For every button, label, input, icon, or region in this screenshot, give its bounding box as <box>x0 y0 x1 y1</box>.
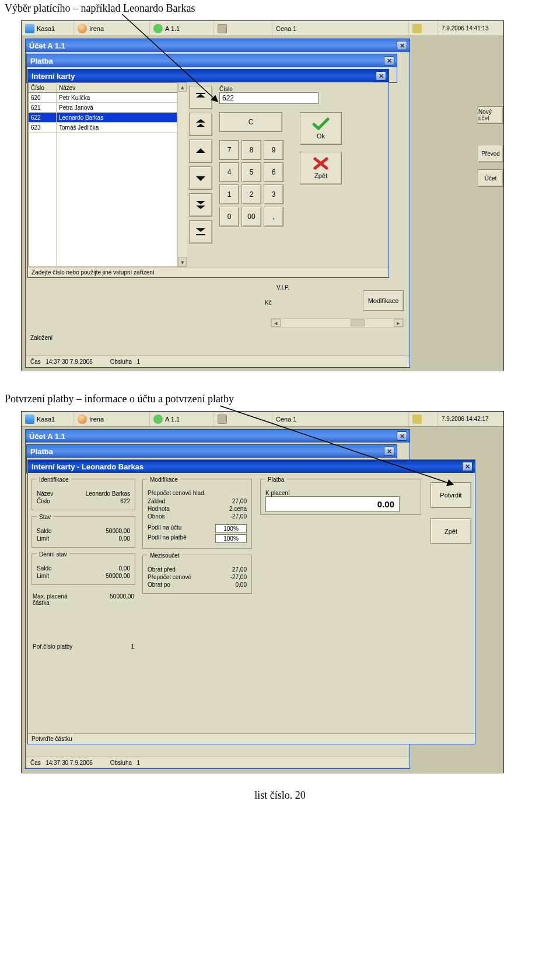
btn-zpet[interactable]: Zpět <box>430 518 471 544</box>
col-cislo[interactable]: Číslo <box>29 83 57 93</box>
close-ucet[interactable]: ✕ <box>397 41 407 50</box>
svg-marker-3 <box>196 124 205 127</box>
btn-zpet[interactable]: Zpět <box>300 152 342 184</box>
side-btn-newaccount[interactable]: Nový účet <box>478 106 503 124</box>
status-kasa: Kasa1 <box>22 21 74 36</box>
key-icon <box>412 415 422 424</box>
status-room: A 1.1 <box>150 412 214 426</box>
input-amount[interactable] <box>265 496 400 512</box>
titlebar-karty: Interní karty ✕ <box>28 69 388 82</box>
info-cas: Čas 14:37:30 7.9.2006 <box>30 760 93 766</box>
printer-icon <box>218 24 227 33</box>
key-00[interactable]: 00 <box>242 207 261 227</box>
hint-bar-2: Potvrďte částku <box>28 733 475 744</box>
btn-ok[interactable]: Ok <box>300 112 342 145</box>
statusbar: Kasa1 Irena A 1.1 Cena 1 7.9.2006 14:41:… <box>22 21 503 36</box>
caption-confirm-payment: Potvrzení platby – informace o účtu a po… <box>0 391 560 408</box>
titlebar-platba: Platba ✕ <box>27 54 397 67</box>
status-printer <box>214 412 272 426</box>
label-kc: Kč <box>265 300 272 306</box>
key-6[interactable]: 6 <box>264 162 284 182</box>
btn-potvrdit[interactable]: Potvrdit <box>430 482 471 508</box>
svg-marker-0 <box>196 94 205 98</box>
title-karty-detail-text: Interní karty - Leonardo Barkas <box>32 462 144 471</box>
table-row[interactable]: 620Petr Kulička <box>29 93 177 103</box>
table-row-selected[interactable]: 622Leonardo Barkas <box>29 113 177 123</box>
nav-last[interactable] <box>189 220 212 243</box>
titlebar-ucet: Účet A 1.1 ✕ <box>26 430 410 443</box>
title-platba-text: Platba <box>30 447 53 456</box>
status-key <box>409 21 438 36</box>
key-5[interactable]: 5 <box>242 162 261 182</box>
kasa-icon <box>25 415 34 424</box>
input-cislo[interactable] <box>219 92 318 104</box>
close-karty[interactable]: ✕ <box>376 71 386 81</box>
key-9[interactable]: 9 <box>264 140 284 160</box>
key-c[interactable]: C <box>219 112 282 132</box>
page-footer: list číslo. 20 <box>0 773 560 807</box>
table-row[interactable]: 623Tomáš Jedlička <box>29 123 177 133</box>
key-4[interactable]: 4 <box>219 162 239 182</box>
title-ucet-text: Účet A 1.1 <box>29 432 65 441</box>
svg-rect-1 <box>196 93 205 94</box>
status-user: Irena <box>74 412 150 426</box>
row-por-cislo: Poř.číslo platby1 <box>32 641 135 652</box>
check-icon <box>312 117 330 130</box>
group-identifikace: Identifikace NázevLeonardo Barkas Číslo6… <box>32 479 135 510</box>
nav-first[interactable] <box>189 86 212 109</box>
svg-marker-4 <box>196 148 205 153</box>
col-nazev[interactable]: Název <box>57 83 177 93</box>
info-obsluha: Obsluha 1 <box>110 760 140 766</box>
group-modifikace: Modifikace Přepočet cenové hlad. Základ2… <box>142 479 252 549</box>
user-icon <box>78 415 87 424</box>
input-podil-platbe[interactable] <box>215 534 247 543</box>
group-denni-stav: Denní stav Saldo0,00 Limit50000,00 <box>32 553 135 585</box>
status-kasa: Kasa1 <box>22 412 74 426</box>
hscrollbar[interactable]: ◂ ▸ <box>271 318 404 328</box>
key-1[interactable]: 1 <box>219 184 239 204</box>
close-platba[interactable]: ✕ <box>384 447 394 456</box>
title-karty-text: Interní karty <box>32 72 75 81</box>
row-max-placena: Max. placená částka50000,00 <box>32 591 135 608</box>
table-row[interactable]: 621Petra Janová <box>29 103 177 113</box>
hint-bar: Zadejte číslo nebo použijte jiné vstupní… <box>28 267 388 277</box>
hscroll-right-icon[interactable]: ▸ <box>394 319 403 327</box>
status-printer <box>214 21 272 36</box>
hscroll-left-icon[interactable]: ◂ <box>271 319 281 327</box>
card-table[interactable]: Číslo Název 620Petr Kulička 621Petra Jan… <box>28 82 177 267</box>
scroll-down-icon[interactable]: ▾ <box>178 257 187 267</box>
user-icon <box>78 24 87 33</box>
key-dot[interactable]: , <box>264 207 284 227</box>
group-stav: Stav Saldo50000,00 Limit0,00 <box>32 516 135 548</box>
label-cislo: Číslo <box>219 86 385 92</box>
nav-up[interactable] <box>189 140 212 163</box>
key-2[interactable]: 2 <box>242 184 261 204</box>
status-room: A 1.1 <box>150 21 214 36</box>
nav-down[interactable] <box>189 166 212 190</box>
close-karty-detail[interactable]: ✕ <box>462 462 473 471</box>
side-btn-account[interactable]: Účet <box>478 169 503 187</box>
nav-page-down[interactable] <box>189 193 212 217</box>
key-8[interactable]: 8 <box>242 140 261 160</box>
nav-page-up[interactable] <box>189 113 212 136</box>
close-ucet[interactable]: ✕ <box>397 431 407 441</box>
svg-marker-2 <box>196 119 205 123</box>
svg-rect-9 <box>196 234 205 235</box>
hscroll-thumb[interactable] <box>351 319 365 326</box>
title-platba-text: Platba <box>30 57 53 65</box>
close-platba[interactable]: ✕ <box>384 56 394 65</box>
card-list: Číslo Název 620Petr Kulička 621Petra Jan… <box>28 82 187 267</box>
screenshot-2: Kasa1 Irena A 1.1 Cena 1 7.9.2006 14:42:… <box>21 411 504 773</box>
svg-marker-6 <box>196 201 205 204</box>
statusbar-2: Kasa1 Irena A 1.1 Cena 1 7.9.2006 14:42:… <box>22 412 503 427</box>
scroll-up-icon[interactable]: ▴ <box>178 82 187 92</box>
lamp-icon <box>153 24 163 33</box>
side-btn-transfer[interactable]: Převod <box>478 145 503 162</box>
list-scrollbar[interactable]: ▴ ▾ <box>177 82 187 267</box>
key-3[interactable]: 3 <box>264 184 284 204</box>
key-0[interactable]: 0 <box>219 207 239 227</box>
btn-modifikace[interactable]: Modifikace <box>363 290 404 311</box>
key-7[interactable]: 7 <box>219 140 239 160</box>
info-obsluha: Obsluha 1 <box>110 358 140 365</box>
input-podil-uctu[interactable] <box>215 524 247 533</box>
